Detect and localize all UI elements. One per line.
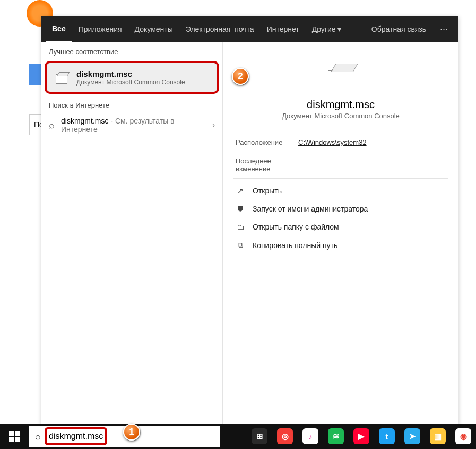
start-button[interactable] (0, 424, 29, 449)
search-filter-tabs: Все Приложения Документы Электронная_поч… (41, 16, 458, 42)
detail-file-icon (324, 63, 358, 92)
taskbar-app-twitter[interactable]: t (374, 424, 400, 449)
detail-title: diskmgmt.msc (223, 99, 458, 111)
background-element (29, 64, 42, 85)
location-link[interactable]: C:\Windows\system32 (298, 138, 367, 146)
taskbar-app-files[interactable]: ▥ (425, 424, 451, 449)
taskbar-app-chrome[interactable]: ◉ (451, 424, 476, 449)
action-open[interactable]: ↗ Открыть (223, 182, 458, 200)
open-icon: ↗ (236, 187, 245, 195)
taskbar-app-youtube-music[interactable]: ▶ (349, 424, 374, 449)
taskbar-app-itunes[interactable]: ♪ (298, 424, 323, 449)
annotation-callout-1: 1 (123, 424, 140, 441)
tab-email[interactable]: Электронная_почта (179, 16, 261, 42)
search-icon: ⌕ (35, 431, 41, 442)
modified-label: Последнее изменение (236, 157, 294, 173)
windows-search-panel: Все Приложения Документы Электронная_поч… (41, 16, 458, 425)
taskbar-app-calculator[interactable]: ⊞ (247, 424, 272, 449)
msc-file-icon (52, 68, 70, 86)
taskbar: ⌕ diskmgmt.msc ⊞ ◎ ♪ ≋ ▶ t ➤ ▥ ◉ (0, 424, 476, 449)
best-match-header: Лучшее соответствие (41, 42, 222, 59)
action-copy-path[interactable]: ⧉ Копировать полный путь (223, 236, 458, 254)
copy-icon: ⧉ (236, 241, 245, 250)
web-query-text: diskmgmt.msc (61, 117, 108, 125)
tab-more[interactable]: Другие ▾ (306, 16, 348, 42)
search-icon: ⌕ (49, 120, 55, 131)
windows-logo-icon (9, 431, 20, 442)
result-subtitle: Документ Microsoft Common Console (76, 78, 185, 86)
action-run-admin[interactable]: ⛊ Запуск от имени администратора (223, 200, 458, 218)
folder-icon: 🗀 (236, 223, 245, 231)
detail-pane: diskmgmt.msc Документ Microsoft Common C… (222, 42, 458, 425)
tab-internet[interactable]: Интернет (261, 16, 306, 42)
annotation-callout-2: 2 (232, 68, 249, 85)
web-search-result[interactable]: ⌕ diskmgmt.msc - См. результаты в Интерн… (41, 112, 222, 139)
shield-icon: ⛊ (236, 205, 245, 213)
taskbar-app-spotify[interactable]: ≋ (323, 424, 349, 449)
web-search-header: Поиск в Интернете (41, 96, 222, 112)
taskbar-app-telegram[interactable]: ➤ (400, 424, 425, 449)
taskbar-pinned-apps: ⊞ ◎ ♪ ≋ ▶ t ➤ ▥ ◉ (247, 424, 476, 449)
location-label: Расположение (236, 138, 289, 146)
detail-actions: ↗ Открыть ⛊ Запуск от имени администрато… (223, 179, 458, 258)
options-button[interactable]: ··· (434, 24, 454, 35)
action-open-folder[interactable]: 🗀 Открыть папку с файлом (223, 218, 458, 236)
detail-subtitle: Документ Microsoft Common Console (223, 112, 458, 133)
best-match-result[interactable]: diskmgmt.msc Документ Microsoft Common C… (45, 61, 219, 94)
feedback-link[interactable]: Обратная связь (364, 25, 434, 33)
taskbar-app-pocketcasts[interactable]: ◎ (272, 424, 298, 449)
action-label: Копировать полный путь (253, 241, 337, 250)
action-label: Открыть (253, 187, 282, 195)
tab-all[interactable]: Все (46, 16, 72, 42)
tab-documents[interactable]: Документы (128, 16, 179, 42)
tab-apps[interactable]: Приложения (72, 16, 128, 42)
action-label: Открыть папку с файлом (253, 223, 339, 231)
search-input-value: diskmgmt.msc (49, 432, 103, 441)
action-label: Запуск от имени администратора (253, 205, 368, 213)
chevron-right-icon: › (212, 120, 215, 130)
results-list: Лучшее соответствие diskmgmt.msc Докумен… (41, 42, 222, 425)
result-title: diskmgmt.msc (76, 69, 185, 78)
